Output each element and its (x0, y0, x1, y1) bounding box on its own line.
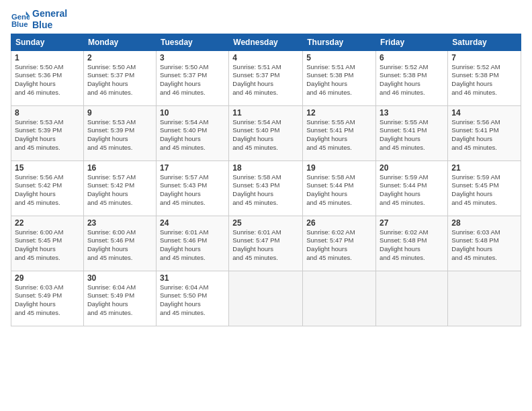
table-row: 12 Sunrise: 5:55 AM Sunset: 5:41 PM Dayl… (303, 105, 376, 161)
day-number: 3 (160, 53, 225, 62)
table-row: 11 Sunrise: 5:54 AM Sunset: 5:40 PM Dayl… (229, 105, 303, 161)
day-number: 2 (87, 53, 152, 62)
day-number: 29 (15, 273, 80, 283)
table-row: 27 Sunrise: 6:02 AM Sunset: 5:48 PM Dayl… (376, 216, 448, 271)
svg-text:Blue: Blue (11, 19, 28, 28)
table-row: 9 Sunrise: 5:53 AM Sunset: 5:39 PM Dayli… (83, 105, 156, 161)
col-thursday: Thursday (303, 34, 376, 50)
day-info: Sunrise: 5:54 AM Sunset: 5:40 PM Dayligh… (232, 118, 299, 152)
logo-icon: General Blue (11, 10, 30, 29)
day-number: 16 (87, 163, 152, 173)
day-info: Sunrise: 6:03 AM Sunset: 5:49 PM Dayligh… (15, 283, 80, 318)
table-row: 15 Sunrise: 5:56 AM Sunset: 5:42 PM Dayl… (11, 161, 84, 216)
day-number: 5 (306, 53, 372, 62)
day-info: Sunrise: 5:58 AM Sunset: 5:44 PM Dayligh… (306, 173, 372, 208)
table-row: 26 Sunrise: 6:02 AM Sunset: 5:47 PM Dayl… (303, 216, 376, 271)
day-info: Sunrise: 5:52 AM Sunset: 5:38 PM Dayligh… (451, 63, 517, 97)
day-number: 31 (160, 273, 225, 283)
day-number: 19 (306, 163, 372, 173)
day-info: Sunrise: 6:00 AM Sunset: 5:46 PM Dayligh… (87, 228, 152, 263)
table-row (448, 271, 521, 326)
day-info: Sunrise: 6:01 AM Sunset: 5:47 PM Dayligh… (232, 228, 299, 263)
day-info: Sunrise: 5:56 AM Sunset: 5:42 PM Dayligh… (15, 173, 80, 208)
day-info: Sunrise: 5:52 AM Sunset: 5:38 PM Dayligh… (380, 63, 444, 97)
table-row: 24 Sunrise: 6:01 AM Sunset: 5:46 PM Dayl… (156, 216, 228, 271)
day-number: 10 (160, 108, 225, 118)
day-number: 23 (87, 218, 152, 228)
day-number: 18 (232, 163, 299, 173)
day-number: 25 (232, 218, 299, 228)
table-row: 8 Sunrise: 5:53 AM Sunset: 5:39 PM Dayli… (11, 105, 84, 161)
day-info: Sunrise: 5:51 AM Sunset: 5:38 PM Dayligh… (306, 63, 372, 97)
table-row: 18 Sunrise: 5:58 AM Sunset: 5:43 PM Dayl… (229, 161, 303, 216)
table-row: 10 Sunrise: 5:54 AM Sunset: 5:40 PM Dayl… (156, 105, 228, 161)
col-friday: Friday (376, 34, 448, 50)
day-info: Sunrise: 6:02 AM Sunset: 5:48 PM Dayligh… (380, 228, 444, 263)
day-info: Sunrise: 6:02 AM Sunset: 5:47 PM Dayligh… (306, 228, 372, 263)
day-number: 28 (451, 218, 517, 228)
day-info: Sunrise: 5:53 AM Sunset: 5:39 PM Dayligh… (87, 118, 152, 152)
day-info: Sunrise: 5:50 AM Sunset: 5:37 PM Dayligh… (87, 63, 152, 97)
header-row: Sunday Monday Tuesday Wednesday Thursday… (11, 34, 521, 50)
day-number: 26 (306, 218, 372, 228)
col-saturday: Saturday (448, 34, 521, 50)
day-info: Sunrise: 5:55 AM Sunset: 5:41 PM Dayligh… (306, 118, 372, 152)
day-number: 14 (451, 108, 517, 118)
table-row: 3 Sunrise: 5:50 AM Sunset: 5:37 PM Dayli… (156, 50, 228, 105)
table-row: 14 Sunrise: 5:56 AM Sunset: 5:41 PM Dayl… (448, 105, 521, 161)
table-row: 21 Sunrise: 5:59 AM Sunset: 5:45 PM Dayl… (448, 161, 521, 216)
table-row: 30 Sunrise: 6:04 AM Sunset: 5:49 PM Dayl… (83, 271, 156, 326)
table-row: 4 Sunrise: 5:51 AM Sunset: 5:37 PM Dayli… (229, 50, 303, 105)
table-row (376, 271, 448, 326)
calendar-week-row: 8 Sunrise: 5:53 AM Sunset: 5:39 PM Dayli… (11, 105, 521, 161)
table-row: 13 Sunrise: 5:55 AM Sunset: 5:41 PM Dayl… (376, 105, 448, 161)
table-row: 23 Sunrise: 6:00 AM Sunset: 5:46 PM Dayl… (83, 216, 156, 271)
day-info: Sunrise: 5:59 AM Sunset: 5:45 PM Dayligh… (451, 173, 517, 208)
day-info: Sunrise: 6:00 AM Sunset: 5:45 PM Dayligh… (15, 228, 80, 263)
day-number: 11 (232, 108, 299, 118)
calendar-week-row: 15 Sunrise: 5:56 AM Sunset: 5:42 PM Dayl… (11, 161, 521, 216)
table-row: 25 Sunrise: 6:01 AM Sunset: 5:47 PM Dayl… (229, 216, 303, 271)
table-row (229, 271, 303, 326)
table-row: 28 Sunrise: 6:03 AM Sunset: 5:48 PM Dayl… (448, 216, 521, 271)
logo: General Blue General Blue (11, 8, 67, 31)
day-number: 12 (306, 108, 372, 118)
day-info: Sunrise: 5:51 AM Sunset: 5:37 PM Dayligh… (232, 63, 299, 97)
day-info: Sunrise: 5:59 AM Sunset: 5:44 PM Dayligh… (380, 173, 444, 208)
day-number: 20 (380, 163, 444, 173)
table-row: 19 Sunrise: 5:58 AM Sunset: 5:44 PM Dayl… (303, 161, 376, 216)
header: General Blue General Blue (11, 8, 521, 31)
table-row: 6 Sunrise: 5:52 AM Sunset: 5:38 PM Dayli… (376, 50, 448, 105)
day-info: Sunrise: 5:55 AM Sunset: 5:41 PM Dayligh… (380, 118, 444, 152)
table-row: 5 Sunrise: 5:51 AM Sunset: 5:38 PM Dayli… (303, 50, 376, 105)
day-info: Sunrise: 6:04 AM Sunset: 5:50 PM Dayligh… (160, 283, 225, 318)
page: General Blue General Blue Sunday Monday … (0, 0, 532, 411)
table-row: 16 Sunrise: 5:57 AM Sunset: 5:42 PM Dayl… (83, 161, 156, 216)
table-row (303, 271, 376, 326)
day-number: 8 (15, 108, 80, 118)
day-info: Sunrise: 6:04 AM Sunset: 5:49 PM Dayligh… (87, 283, 152, 318)
col-tuesday: Tuesday (156, 34, 228, 50)
day-info: Sunrise: 5:54 AM Sunset: 5:40 PM Dayligh… (160, 118, 225, 152)
table-row: 20 Sunrise: 5:59 AM Sunset: 5:44 PM Dayl… (376, 161, 448, 216)
col-sunday: Sunday (11, 34, 84, 50)
logo-line2: Blue (32, 19, 67, 31)
day-info: Sunrise: 5:50 AM Sunset: 5:36 PM Dayligh… (15, 63, 80, 97)
logo-line1: General (32, 8, 67, 19)
day-number: 24 (160, 218, 225, 228)
day-number: 22 (15, 218, 80, 228)
day-number: 27 (380, 218, 444, 228)
calendar-week-row: 22 Sunrise: 6:00 AM Sunset: 5:45 PM Dayl… (11, 216, 521, 271)
day-info: Sunrise: 5:57 AM Sunset: 5:43 PM Dayligh… (160, 173, 225, 208)
day-number: 21 (451, 163, 517, 173)
day-number: 15 (15, 163, 80, 173)
day-number: 17 (160, 163, 225, 173)
day-number: 30 (87, 273, 152, 283)
table-row: 7 Sunrise: 5:52 AM Sunset: 5:38 PM Dayli… (448, 50, 521, 105)
table-row: 31 Sunrise: 6:04 AM Sunset: 5:50 PM Dayl… (156, 271, 228, 326)
table-row: 22 Sunrise: 6:00 AM Sunset: 5:45 PM Dayl… (11, 216, 84, 271)
day-info: Sunrise: 6:03 AM Sunset: 5:48 PM Dayligh… (451, 228, 517, 263)
calendar-week-row: 29 Sunrise: 6:03 AM Sunset: 5:49 PM Dayl… (11, 271, 521, 326)
day-info: Sunrise: 5:58 AM Sunset: 5:43 PM Dayligh… (232, 173, 299, 208)
day-number: 9 (87, 108, 152, 118)
